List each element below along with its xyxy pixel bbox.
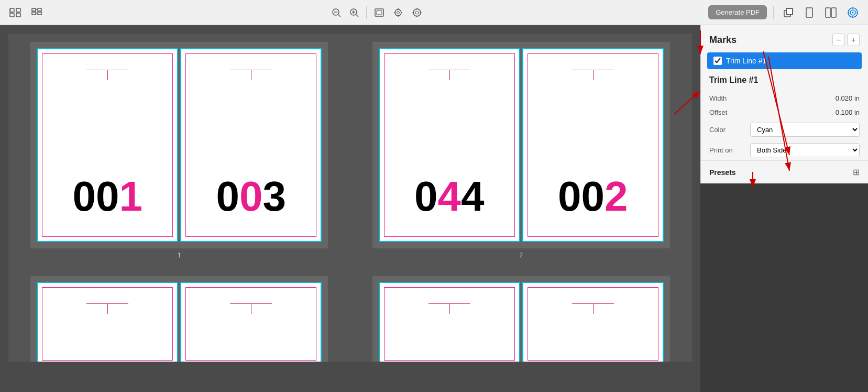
- layout-icon-btn[interactable]: [6, 6, 24, 19]
- svg-rect-9: [38, 12, 41, 15]
- page-inner-002: 002: [528, 53, 658, 237]
- svg-rect-20: [377, 10, 382, 15]
- color-label: Color: [709, 126, 746, 134]
- copy-layout-btn[interactable]: [780, 5, 797, 20]
- svg-point-22: [397, 11, 399, 14]
- spread-4-pages: [372, 276, 670, 362]
- svg-rect-36: [806, 8, 812, 17]
- right-panel-wrapper: Marks − + Trim Line #1 Trim Line #1 Widt…: [700, 25, 868, 392]
- svg-rect-6: [32, 8, 36, 11]
- toolbar: Generate PDF: [0, 0, 868, 25]
- offset-value: 0.100 in: [750, 108, 860, 116]
- trim-mark-spread3-left: [86, 303, 128, 314]
- generate-pdf-button[interactable]: Generate PDF: [708, 5, 767, 19]
- width-label: Width: [709, 94, 746, 102]
- svg-rect-34: [786, 8, 793, 15]
- svg-rect-19: [375, 9, 383, 16]
- svg-point-21: [395, 9, 401, 16]
- spread-1: 001 003 1: [8, 34, 350, 267]
- print-on-select[interactable]: Both Sides Front Only Back Only: [750, 143, 860, 157]
- canvas-area[interactable]: 001 003 1: [0, 25, 700, 392]
- main-layout: 001 003 1: [0, 25, 868, 392]
- color-select[interactable]: Cyan Magenta Yellow Black Registration: [750, 123, 860, 137]
- mark-item-label: Trim Line #1: [726, 57, 855, 65]
- svg-rect-2: [10, 13, 14, 17]
- fit-width-btn[interactable]: [390, 6, 406, 19]
- page-spread4-right: [522, 282, 664, 362]
- trim-mark-spread4-left: [428, 303, 470, 314]
- grid-view-btn[interactable]: [28, 6, 45, 19]
- page-inner-spread4-left: [384, 287, 515, 361]
- trim-mark-spread3-right: [230, 303, 272, 314]
- page-number-001: 001: [73, 172, 142, 221]
- spread-3-pages: [30, 276, 328, 362]
- page-inner-spread3-right: [185, 287, 316, 361]
- svg-rect-37: [826, 8, 830, 17]
- spread-2-label: 2: [519, 252, 523, 259]
- svg-rect-7: [38, 8, 41, 11]
- svg-line-18: [356, 15, 358, 17]
- toolbar-right: Generate PDF: [708, 5, 862, 20]
- page-002: 002: [522, 48, 664, 242]
- trim-mark-spread4-right: [572, 303, 614, 314]
- spread-2-pages: 044 002: [372, 42, 670, 248]
- presets-grid-icon[interactable]: ⊞: [853, 167, 860, 177]
- svg-rect-1: [16, 8, 20, 12]
- page-inner-003: 003: [185, 53, 316, 237]
- right-panel: Marks − + Trim Line #1 Trim Line #1 Widt…: [700, 25, 868, 183]
- trim-mark-044: [428, 70, 470, 80]
- toolbar-divider-2: [773, 6, 774, 19]
- svg-point-28: [415, 11, 419, 14]
- spread-2: 044 002 2: [350, 34, 693, 267]
- trim-mark-001: [86, 70, 128, 80]
- toolbar-divider: [366, 6, 367, 19]
- page-inner-spread4-right: [528, 287, 658, 361]
- spread-1-pages: 001 003: [30, 42, 328, 248]
- presets-section: Presets ⊞: [701, 160, 868, 183]
- offset-label: Offset: [709, 108, 746, 116]
- mark-item-trim-line-1[interactable]: Trim Line #1: [707, 52, 862, 69]
- property-row-print-on: Print on Both Sides Front Only Back Only: [701, 140, 868, 160]
- page-inner-001: 001: [42, 53, 173, 237]
- target-btn[interactable]: [844, 5, 862, 20]
- width-value: 0.020 in: [750, 94, 860, 102]
- svg-point-41: [852, 12, 854, 13]
- spread-4: 4: [350, 267, 693, 362]
- add-mark-btn[interactable]: +: [847, 34, 860, 46]
- svg-rect-8: [32, 12, 36, 15]
- page-number-002: 002: [558, 172, 628, 221]
- page-inner-spread3-left: [42, 287, 173, 361]
- page-number-044: 044: [414, 172, 485, 221]
- trim-mark-003: [230, 70, 272, 80]
- svg-rect-3: [16, 13, 20, 17]
- presets-title: Presets: [709, 168, 736, 177]
- page-003: 003: [180, 48, 322, 242]
- zoom-in-btn[interactable]: [346, 6, 362, 19]
- fit-page-btn[interactable]: [371, 6, 388, 19]
- zoom-out-btn[interactable]: [328, 6, 344, 19]
- mark-item-checkbox[interactable]: [713, 57, 722, 65]
- spread-3: 3: [8, 267, 350, 362]
- panel-header-buttons: − +: [832, 34, 860, 46]
- section-title: Trim Line #1: [701, 75, 868, 91]
- property-row-width: Width 0.020 in: [701, 91, 868, 105]
- print-on-label: Print on: [709, 146, 746, 154]
- trim-mark-002: [572, 70, 614, 80]
- property-row-color: Color Cyan Magenta Yellow Black Registra…: [701, 119, 868, 140]
- page-inner-044: 044: [384, 53, 515, 237]
- page-spread4-left: [379, 282, 520, 362]
- svg-rect-38: [831, 8, 836, 17]
- page-spread3-left: [37, 282, 178, 362]
- svg-point-27: [413, 9, 421, 16]
- property-row-offset: Offset 0.100 in: [701, 105, 868, 119]
- svg-line-14: [338, 15, 340, 17]
- two-page-btn[interactable]: [822, 5, 840, 20]
- page-spread3-right: [180, 282, 322, 362]
- panel-title: Marks: [709, 35, 737, 46]
- page-044: 044: [379, 48, 520, 242]
- page-number-003: 003: [216, 172, 287, 221]
- single-page-btn[interactable]: [801, 5, 818, 20]
- remove-mark-btn[interactable]: −: [832, 34, 845, 46]
- fit-all-btn[interactable]: [409, 6, 425, 19]
- panel-header: Marks − +: [701, 25, 868, 52]
